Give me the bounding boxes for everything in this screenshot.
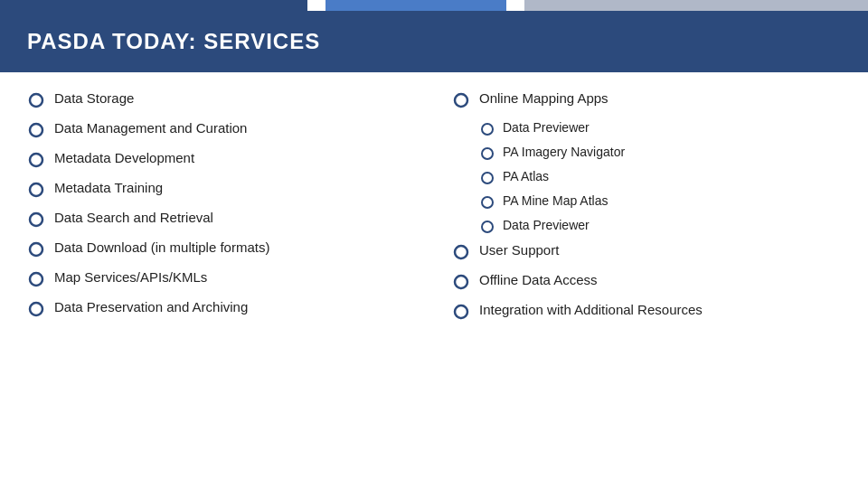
svg-point-9 <box>482 124 493 135</box>
list-item-pa-atlas: PA Atlas <box>479 169 841 186</box>
bullet-icon <box>27 151 45 169</box>
top-bar-segment-1 <box>0 0 307 11</box>
list-item-data-search: Data Search and Retrieval <box>27 210 416 229</box>
sub-bullet-icon <box>479 145 495 162</box>
svg-point-0 <box>30 94 42 107</box>
list-item-integration: Integration with Additional Resources <box>452 302 841 321</box>
list-item-online-mapping: Online Mapping Apps <box>452 90 841 109</box>
list-item-data-previewer-2: Data Previewer <box>479 218 841 235</box>
bullet-icon <box>27 181 45 199</box>
bullet-icon <box>27 270 45 288</box>
item-label: PA Atlas <box>503 169 549 183</box>
svg-point-3 <box>30 183 42 196</box>
item-label: Metadata Development <box>54 150 194 165</box>
top-bar-segment-2 <box>326 0 506 11</box>
list-item-data-previewer-1: Data Previewer <box>479 120 841 137</box>
item-label: Data Previewer <box>503 218 590 232</box>
list-item-pa-mine-map: PA Mine Map Atlas <box>479 193 841 211</box>
item-label: Data Previewer <box>503 120 590 135</box>
top-bar-gap-1 <box>307 0 326 11</box>
item-label: Data Download (in multiple formats) <box>54 239 269 255</box>
bullet-icon <box>27 211 45 229</box>
bullet-icon <box>27 300 45 318</box>
item-label: User Support <box>479 242 559 258</box>
top-bar-segment-3 <box>524 0 868 11</box>
svg-point-1 <box>30 124 42 136</box>
list-item-data-storage: Data Storage <box>27 90 416 109</box>
top-bar-gap-2 <box>506 0 524 11</box>
item-label: Offline Data Access <box>479 272 598 287</box>
svg-point-8 <box>455 94 467 107</box>
list-item-data-preservation: Data Preservation and Archiving <box>27 299 416 318</box>
left-column: Data Storage Data Management and Curatio… <box>27 90 434 332</box>
bullet-icon <box>27 240 45 258</box>
page-title: PASDA TODAY: SERVICES <box>27 29 320 53</box>
svg-point-2 <box>30 154 42 166</box>
bullet-icon <box>452 91 470 109</box>
right-column: Online Mapping Apps Data Previewer PA Im… <box>434 90 841 332</box>
item-label: Data Management and Curation <box>54 120 247 136</box>
list-item-user-support: User Support <box>452 242 841 261</box>
item-label: Metadata Training <box>54 180 163 195</box>
svg-point-12 <box>482 197 493 208</box>
item-label: Online Mapping Apps <box>479 90 609 106</box>
list-item-data-management: Data Management and Curation <box>27 120 416 139</box>
item-label: PA Mine Map Atlas <box>503 193 608 208</box>
item-label: Integration with Additional Resources <box>479 302 703 317</box>
item-label: Data Search and Retrieval <box>54 210 213 225</box>
svg-point-11 <box>482 173 493 183</box>
item-label: Map Services/APIs/KMLs <box>54 269 207 285</box>
list-item-metadata-development: Metadata Development <box>27 150 416 169</box>
svg-point-5 <box>30 243 42 256</box>
sub-bullet-icon <box>479 219 495 235</box>
content-area: Data Storage Data Management and Curatio… <box>0 90 868 332</box>
bullet-icon <box>452 273 470 291</box>
sub-bullet-icon <box>479 121 495 137</box>
list-item-data-download: Data Download (in multiple formats) <box>27 239 416 258</box>
svg-point-10 <box>482 148 493 159</box>
list-item-map-services: Map Services/APIs/KMLs <box>27 269 416 288</box>
item-label: PA Imagery Navigator <box>503 145 625 159</box>
item-label: Data Preservation and Archiving <box>54 299 248 314</box>
svg-point-7 <box>30 303 42 315</box>
sub-bullet-icon <box>479 194 495 211</box>
item-label: Data Storage <box>54 90 134 106</box>
bullet-icon <box>452 243 470 261</box>
svg-point-6 <box>30 273 42 286</box>
svg-point-16 <box>455 305 467 318</box>
svg-point-4 <box>30 213 42 226</box>
bullet-icon <box>27 121 45 139</box>
bullet-icon <box>452 303 470 321</box>
list-item-metadata-training: Metadata Training <box>27 180 416 199</box>
list-item-offline-data: Offline Data Access <box>452 272 841 291</box>
header: PASDA TODAY: SERVICES <box>0 11 868 72</box>
svg-point-15 <box>455 276 467 288</box>
top-bar <box>0 0 868 11</box>
svg-point-14 <box>455 246 467 258</box>
bullet-icon <box>27 91 45 109</box>
list-item-pa-imagery: PA Imagery Navigator <box>479 145 841 162</box>
sub-bullet-icon <box>479 170 495 186</box>
svg-point-13 <box>482 221 493 232</box>
